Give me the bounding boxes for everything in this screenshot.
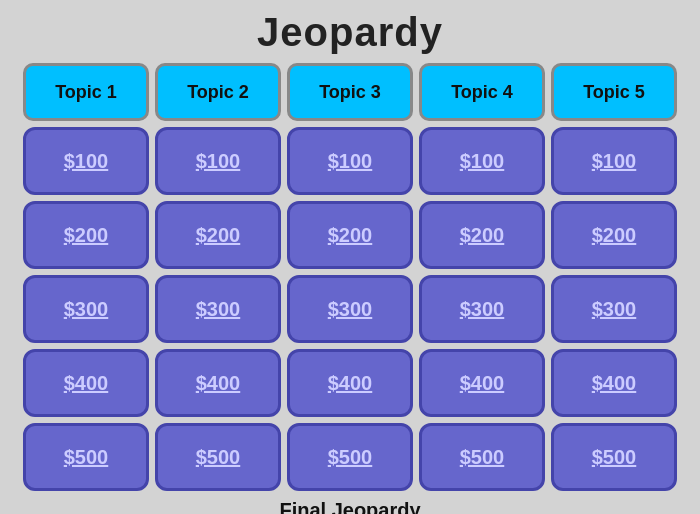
cell-topic2-row1[interactable]: $100 bbox=[155, 127, 281, 195]
cell-topic4-row5[interactable]: $500 bbox=[419, 423, 545, 491]
cell-topic1-row2[interactable]: $200 bbox=[23, 201, 149, 269]
cell-topic2-row3[interactable]: $300 bbox=[155, 275, 281, 343]
cell-topic5-row4[interactable]: $400 bbox=[551, 349, 677, 417]
cell-topic5-row2[interactable]: $200 bbox=[551, 201, 677, 269]
cell-topic3-row3[interactable]: $300 bbox=[287, 275, 413, 343]
topic-header-3: Topic 3 bbox=[287, 63, 413, 121]
cell-topic1-row5[interactable]: $500 bbox=[23, 423, 149, 491]
cell-topic2-row5[interactable]: $500 bbox=[155, 423, 281, 491]
cell-topic4-row3[interactable]: $300 bbox=[419, 275, 545, 343]
cell-topic3-row2[interactable]: $200 bbox=[287, 201, 413, 269]
cell-topic4-row2[interactable]: $200 bbox=[419, 201, 545, 269]
cell-topic3-row1[interactable]: $100 bbox=[287, 127, 413, 195]
cell-topic1-row3[interactable]: $300 bbox=[23, 275, 149, 343]
final-jeopardy-label: Final Jeopardy bbox=[279, 499, 420, 514]
topic-header-2: Topic 2 bbox=[155, 63, 281, 121]
game-board: Topic 1Topic 2Topic 3Topic 4Topic 5$100$… bbox=[13, 63, 687, 491]
cell-topic4-row4[interactable]: $400 bbox=[419, 349, 545, 417]
cell-topic3-row5[interactable]: $500 bbox=[287, 423, 413, 491]
cell-topic1-row1[interactable]: $100 bbox=[23, 127, 149, 195]
cell-topic4-row1[interactable]: $100 bbox=[419, 127, 545, 195]
cell-topic1-row4[interactable]: $400 bbox=[23, 349, 149, 417]
cell-topic2-row4[interactable]: $400 bbox=[155, 349, 281, 417]
topic-header-1: Topic 1 bbox=[23, 63, 149, 121]
cell-topic5-row1[interactable]: $100 bbox=[551, 127, 677, 195]
topic-header-4: Topic 4 bbox=[419, 63, 545, 121]
cell-topic2-row2[interactable]: $200 bbox=[155, 201, 281, 269]
topic-header-5: Topic 5 bbox=[551, 63, 677, 121]
game-title: Jeopardy bbox=[257, 10, 443, 55]
cell-topic3-row4[interactable]: $400 bbox=[287, 349, 413, 417]
cell-topic5-row3[interactable]: $300 bbox=[551, 275, 677, 343]
cell-topic5-row5[interactable]: $500 bbox=[551, 423, 677, 491]
